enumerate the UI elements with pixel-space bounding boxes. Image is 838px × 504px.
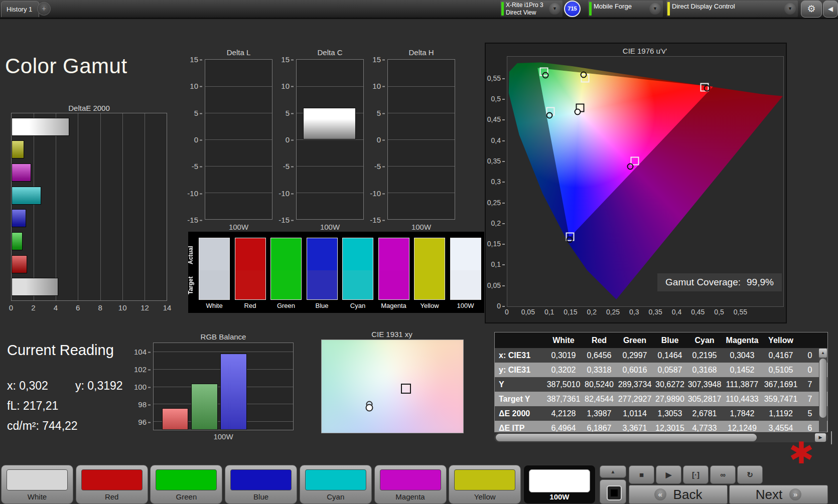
collapse-panel-icon[interactable]: ◀ [823, 1, 838, 18]
swatch-label: Blue [307, 302, 338, 309]
alert-asterisk-icon[interactable]: ✱ [784, 435, 819, 471]
refresh-button[interactable]: ↻ [737, 465, 763, 484]
pattern-button-green[interactable]: Green [150, 465, 222, 504]
table-cell-clipped: 7 [800, 380, 820, 389]
table-horizontal-scrollbar[interactable]: ▶ [494, 433, 828, 442]
y-tick-label: -5 [374, 162, 385, 171]
table-cell: 0,2997 [616, 351, 653, 360]
chevron-down-icon[interactable]: ▼ [784, 3, 796, 15]
chevron-down-icon[interactable]: ▼ [549, 3, 561, 15]
table-cell: 12,3015 [653, 424, 686, 433]
divider [831, 431, 832, 444]
meter-dropdown[interactable]: X-Rite i1Pro 3 Direct View ▼ [500, 1, 563, 17]
x-tick-label: 0,25 [606, 308, 620, 316]
pattern-swatch [454, 469, 515, 490]
gear-icon[interactable]: ⚙ [801, 1, 822, 18]
row-label: Y [495, 380, 545, 389]
cie1976-markers [507, 57, 783, 306]
y-tick-label: 0,05 [487, 281, 505, 289]
next-button[interactable]: Next » [729, 485, 828, 504]
source-name: Mobile Forge [594, 1, 647, 11]
workflow-dropdown[interactable]: Direct Display Control ▼ [666, 1, 798, 17]
source-dropdown[interactable]: Mobile Forge ▼ [588, 1, 663, 17]
pattern-button-magenta[interactable]: Magenta [374, 465, 447, 504]
deltae-bar-100w [12, 118, 69, 136]
table-cell: 0,0587 [653, 366, 686, 375]
yellow-actual-marker [580, 71, 587, 78]
measure-once-button[interactable]: ▶ [656, 465, 681, 484]
table-cell: 0,3019 [545, 351, 582, 360]
y-tick-label: 102 [134, 365, 151, 373]
pattern-button-100w[interactable]: 100W [523, 465, 596, 504]
pattern-button-red[interactable]: Red [76, 465, 148, 504]
x-tick-label: 0,3 [629, 308, 639, 316]
pattern-button-blue[interactable]: Blue [225, 465, 297, 504]
gridline [205, 113, 272, 113]
table-cell: 4,2128 [545, 409, 582, 418]
cie1931-target-marker [401, 384, 411, 394]
x-tick-label: 0,2 [587, 308, 597, 316]
y-tick-label: 10 [372, 82, 385, 90]
pattern-button-yellow[interactable]: Yellow [449, 465, 521, 504]
red-actual-marker [704, 85, 711, 91]
meter-reading-badge[interactable]: 715 [564, 1, 581, 17]
chevron-down-icon[interactable]: ▼ [649, 3, 661, 15]
table-cell: 30,6272 [653, 380, 686, 389]
swatch-label: Magenta [378, 302, 409, 309]
pattern-button-white[interactable]: White [1, 465, 73, 504]
y-tick-label: 10 [190, 82, 202, 90]
y-tick-label: 15 [372, 55, 385, 64]
deltae2000-plot [11, 113, 167, 301]
scrollbar-thumb[interactable] [819, 359, 826, 418]
pattern-swatch [230, 469, 292, 490]
y-tick-label: 10 [281, 82, 294, 90]
pattern-button-cyan[interactable]: Cyan [300, 465, 372, 504]
swatch-red [235, 238, 266, 300]
top-bar: History 1 + X-Rite i1Pro 3 Direct View ▼… [0, 0, 838, 19]
swatch-actual [343, 238, 373, 270]
x-axis-label: 100W [296, 223, 364, 231]
swatch-label: Red [235, 302, 266, 309]
stop-button[interactable]: ■ [629, 465, 654, 484]
table-row: y: CIE310,32020,33180,60160,05870,31680,… [495, 363, 827, 377]
y-axis-labels: 151050-5-10-15 [181, 59, 202, 220]
reading-y: y: 0,3192 [75, 379, 123, 393]
swatch-target [235, 270, 265, 299]
reading-x: x: 0,302 [7, 379, 48, 393]
pattern-swatch [305, 469, 366, 490]
add-tab-button[interactable]: + [37, 2, 51, 16]
y-tick-label: 104 [134, 347, 151, 356]
swatch-actual [235, 238, 265, 270]
back-label: Back [673, 487, 703, 502]
table-cell: 0,1452 [723, 366, 762, 375]
scroll-up-icon[interactable]: ▲ [819, 349, 827, 358]
table-cell: 0,3318 [582, 366, 616, 375]
swatch-target [307, 270, 337, 299]
reading-y-label: y: [75, 379, 84, 392]
back-chevron-icon: « [654, 488, 666, 500]
pattern-window-button[interactable] [600, 479, 626, 504]
measure-continuous-button[interactable]: ∞ [710, 465, 736, 484]
table-row: Target Y387,736182,4544277,292727,989030… [495, 392, 827, 406]
target-row-label: Target [187, 268, 196, 303]
table-vertical-scrollbar[interactable]: ▲ [819, 349, 827, 432]
y-tick-label: -5 [192, 162, 202, 171]
pattern-window-up-button[interactable]: ▲ [600, 465, 626, 478]
y-tick-label: 0 [497, 302, 505, 310]
swatch-yellow [414, 238, 445, 300]
cie1931-gradient [321, 340, 464, 433]
gridline [388, 193, 455, 193]
y-tick-label: 0 [286, 135, 294, 144]
y-tick-label: 0,2 [491, 219, 505, 227]
back-button[interactable]: « Back [629, 485, 728, 504]
table-cell-clipped: 0 [800, 366, 820, 375]
column-header: Cyan [686, 336, 723, 345]
measure-series-button[interactable]: [·] [683, 465, 709, 484]
tab-history-1[interactable]: History 1 [1, 1, 39, 17]
deltae-bar-cyan [12, 187, 41, 205]
gamut-coverage-label: Gamut Coverage: [665, 277, 741, 288]
reading-fl: fL: 217,21 [7, 399, 58, 413]
table-cell: 80,5240 [582, 380, 616, 389]
scrollbar-thumb[interactable] [496, 434, 757, 441]
deltae-bar-blue [12, 209, 26, 227]
